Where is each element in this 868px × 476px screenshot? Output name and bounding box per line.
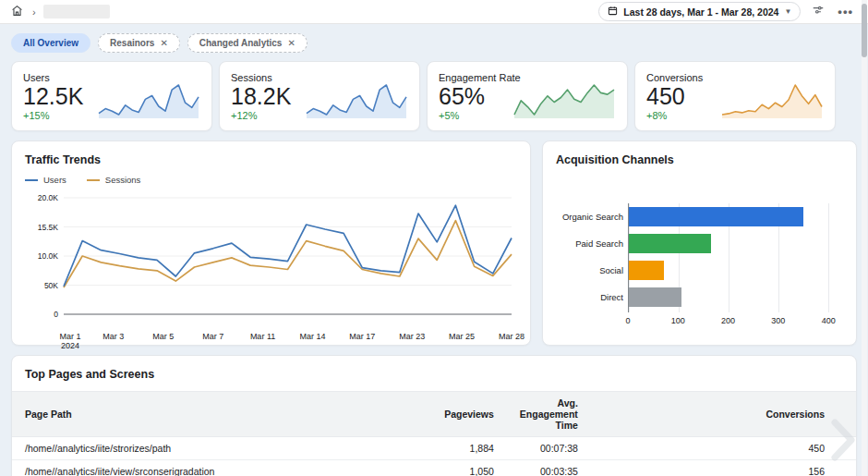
table-header-row: Page PathPageviewsAvg. Engagement TimeCo… — [12, 392, 856, 437]
filter-chip-label: Resainors — [110, 38, 154, 48]
acq-bar-direct[interactable] — [629, 287, 681, 307]
kpi-card-conversions[interactable]: Conversions450+8% — [634, 61, 836, 131]
acq-category-label: Organic Search — [553, 212, 623, 222]
filter-tune-icon — [812, 5, 825, 18]
acquisition-x-axis: 0100200300400 — [628, 316, 838, 329]
kpi-sparkline — [97, 79, 200, 121]
legend-swatch — [25, 179, 38, 181]
acq-tick-label: 0 — [625, 316, 630, 325]
top-pages-table: Page PathPageviewsAvg. Engagement TimeCo… — [12, 391, 856, 476]
page-path-cell: /home//analytics/iite/view/srconserigrad… — [12, 460, 399, 476]
svg-text:10.0K: 10.0K — [38, 251, 59, 261]
acq-row-social: Social — [629, 257, 838, 284]
legend-label: Users — [43, 175, 66, 185]
acquisition-channels-panel: Acquisition Channels Organic SearchPaid … — [542, 140, 857, 346]
x-tick-label: Mar 3 — [102, 332, 124, 341]
more-options-button[interactable]: ••• — [836, 3, 855, 20]
traffic-trends-panel: Traffic Trends UsersSessions 20.0K15.5K1… — [11, 140, 531, 346]
x-tick-label: Mar 11 — [250, 332, 275, 341]
chip-close-icon[interactable]: ✕ — [287, 38, 295, 48]
x-tick-label: Mar 28 — [499, 332, 524, 341]
home-icon — [11, 5, 23, 19]
table-row[interactable]: /home//analytics/iite/strorizes/path1,88… — [12, 437, 856, 460]
legend-swatch — [87, 179, 100, 181]
legend-item-sessions: Sessions — [87, 175, 141, 185]
x-tick-label: Mar 25 — [449, 332, 475, 341]
traffic-line-chart: 20.0K15.5K10.0K50K0 — [25, 190, 517, 327]
chip-close-icon[interactable]: ✕ — [160, 38, 167, 48]
page-scrollbar-thumb[interactable] — [862, 4, 867, 57]
acquisition-channels-title: Acquisition Channels — [556, 153, 843, 166]
acq-row-direct: Direct — [629, 284, 838, 311]
dropdown-caret-icon: ▼ — [784, 7, 791, 16]
acq-bar-paid-search[interactable] — [629, 234, 711, 253]
breadcrumb-chevron-icon: › — [32, 6, 36, 18]
kpi-card-engagement-rate[interactable]: Engagement Rate65%+5% — [427, 61, 628, 131]
metric-cell: 156 — [735, 460, 856, 476]
kpi-sparkline — [512, 79, 616, 121]
next-arrow-icon[interactable] — [831, 419, 855, 461]
metric-cell: 00:03:35 — [507, 460, 735, 476]
legend-item-users: Users — [25, 175, 66, 185]
acq-tick-label: 400 — [822, 316, 836, 325]
acquisition-bar-chart: Organic SearchPaid SearchSocialDirect — [628, 203, 838, 312]
acq-category-label: Direct — [553, 292, 623, 302]
filter-chip-bar: All OverviewResainors✕Changed Analytics✕ — [11, 24, 857, 61]
date-range-button[interactable]: Last 28 days, Mar 1 - Mar 28, 2024 ▼ — [598, 2, 801, 21]
kpi-card-users[interactable]: Users12.5K+15% — [11, 61, 212, 131]
svg-text:0: 0 — [54, 310, 58, 319]
metric-cell: 1,050 — [399, 460, 507, 476]
page-path-cell: /home//analytics/iite/strorizes/path — [12, 437, 399, 460]
traffic-trends-title: Traffic Trends — [25, 153, 517, 166]
table-column-header-page-path[interactable]: Page Path — [12, 392, 399, 437]
x-tick-label: Mar 7 — [202, 332, 223, 341]
svg-text:50K: 50K — [44, 281, 58, 290]
svg-text:15.5K: 15.5K — [38, 223, 59, 232]
page-scrollbar-track — [862, 0, 867, 476]
topbar: › Last 28 days, Mar 1 - Mar 28, 2024 ▼ •… — [0, 0, 868, 24]
top-pages-title: Top Pages and Screens — [12, 368, 856, 391]
acq-row-paid-search: Paid Search — [629, 230, 838, 257]
home-button[interactable] — [9, 3, 25, 21]
metric-cell: 00:07:38 — [507, 437, 735, 460]
table-row[interactable]: /home//analytics/iite/view/srconserigrad… — [12, 460, 856, 476]
acq-bar-social[interactable] — [629, 261, 664, 280]
dashboard-content: All OverviewResainors✕Changed Analytics✕… — [0, 24, 868, 476]
acq-tick-label: 100 — [671, 316, 685, 325]
acq-bar-organic-search[interactable] — [629, 207, 803, 226]
x-tick-label: Mar 14 — [299, 332, 325, 341]
kpi-sparkline — [720, 79, 824, 121]
acq-category-label: Social — [553, 265, 623, 275]
filter-chip-label: All Overview — [23, 38, 78, 48]
filter-chip-resainors[interactable]: Resainors✕ — [98, 33, 180, 53]
filter-chip-label: Changed Analytics — [199, 38, 283, 48]
more-ellipsis-icon: ••• — [838, 5, 853, 18]
filter-button[interactable] — [810, 3, 826, 20]
acq-row-organic-search: Organic Search — [629, 203, 838, 230]
svg-text:20.0K: 20.0K — [38, 193, 59, 202]
kpi-card-row: Users12.5K+15%Sessions18.2K+12%Engagemen… — [11, 61, 836, 131]
traffic-chart: 20.0K15.5K10.0K50K0 Mar 1 2024Mar 3Mar 5… — [25, 190, 517, 353]
x-tick-label: Mar 23 — [399, 332, 425, 341]
calendar-icon — [608, 6, 618, 18]
date-range-label: Last 28 days, Mar 1 - Mar 28, 2024 — [623, 6, 778, 18]
kpi-sparkline — [305, 79, 408, 121]
x-tick-label: Mar 1 2024 — [59, 332, 80, 350]
breadcrumb — [43, 5, 110, 18]
filter-chip-all-overview[interactable]: All Overview — [11, 33, 90, 53]
top-pages-panel: Top Pages and Screens Page PathPageviews… — [11, 355, 857, 476]
acq-tick-label: 300 — [771, 316, 785, 325]
legend-label: Sessions — [105, 175, 141, 185]
kpi-card-sessions[interactable]: Sessions18.2K+12% — [219, 61, 420, 131]
traffic-x-axis: Mar 1 2024Mar 3Mar 5Mar 7Mar 11Mar 14Mar… — [25, 331, 517, 353]
metric-cell: 1,884 — [399, 437, 507, 460]
acq-category-label: Paid Search — [553, 238, 623, 249]
table-column-header-avg-engagement-time[interactable]: Avg. Engagement Time — [507, 392, 735, 437]
x-tick-label: Mar 17 — [349, 332, 375, 341]
acq-tick-label: 200 — [721, 316, 735, 325]
traffic-legend: UsersSessions — [25, 175, 517, 185]
x-tick-label: Mar 5 — [152, 332, 174, 341]
filter-chip-changed-analytics[interactable]: Changed Analytics✕ — [187, 33, 307, 53]
table-column-header-pageviews[interactable]: Pageviews — [399, 392, 507, 437]
